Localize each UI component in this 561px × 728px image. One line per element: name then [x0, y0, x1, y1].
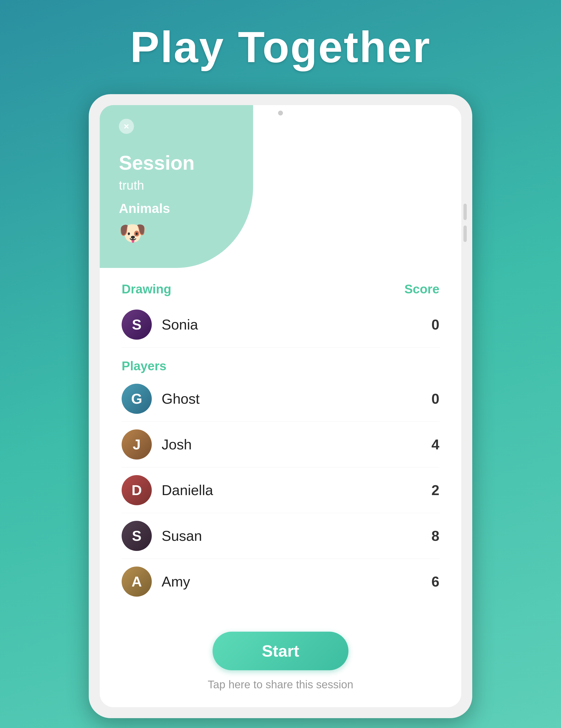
player-info-amy: A Amy	[122, 567, 190, 597]
player-name-susan: Susan	[162, 528, 202, 544]
player-info-ghost: G Ghost	[122, 384, 200, 414]
drawing-player-score: 0	[432, 316, 439, 333]
player-name-ghost: Ghost	[162, 391, 200, 407]
player-row-daniella: D Daniella 2	[122, 467, 439, 513]
side-button-1	[464, 204, 467, 220]
drawing-header: Drawing Score	[122, 282, 439, 296]
player-name-amy: Amy	[162, 573, 190, 590]
drawing-label: Drawing	[122, 282, 171, 296]
player-score-josh: 4	[432, 436, 439, 453]
session-title: Session	[119, 152, 234, 174]
player-score-susan: 8	[432, 528, 439, 544]
avatar-ghost: G	[122, 384, 152, 414]
player-row-josh: J Josh 4	[122, 422, 439, 467]
tablet-inner: × Session truth Animals 🐶 Drawing Score …	[100, 105, 461, 707]
session-category: Animals	[119, 201, 234, 216]
page-title: Play Together	[130, 22, 431, 72]
side-button-2	[464, 226, 467, 242]
close-button[interactable]: ×	[119, 119, 134, 134]
drawing-player-row: S Sonia 0	[122, 302, 439, 348]
player-info-josh: J Josh	[122, 429, 192, 460]
session-subtitle: truth	[119, 178, 234, 193]
players-section-label: Players	[122, 359, 439, 373]
tablet-frame: × Session truth Animals 🐶 Drawing Score …	[89, 94, 472, 718]
player-name-daniella: Daniella	[162, 482, 213, 498]
score-column-label: Score	[404, 282, 439, 296]
session-emoji: 🐶	[119, 220, 234, 246]
player-score-amy: 6	[432, 573, 439, 590]
start-button[interactable]: Start	[212, 632, 349, 670]
avatar-daniella: D	[122, 475, 152, 505]
start-area: Start Tap here to share this session	[100, 618, 461, 707]
player-info-susan: S Susan	[122, 521, 202, 551]
tablet-camera	[278, 111, 283, 115]
drawing-player-info: S Sonia	[122, 310, 198, 340]
avatar-susan: S	[122, 521, 152, 551]
avatar-amy: A	[122, 567, 152, 597]
player-score-daniella: 2	[432, 482, 439, 498]
avatar-josh: J	[122, 429, 152, 460]
avatar-sonia: S	[122, 310, 152, 340]
player-info-daniella: D Daniella	[122, 475, 213, 505]
player-row-amy: A Amy 6	[122, 559, 439, 604]
player-row-susan: S Susan 8	[122, 513, 439, 559]
player-row-ghost: G Ghost 0	[122, 376, 439, 422]
share-text[interactable]: Tap here to share this session	[208, 678, 353, 691]
session-header: × Session truth Animals 🐶	[100, 105, 253, 268]
player-score-ghost: 0	[432, 391, 439, 407]
player-name-josh: Josh	[162, 436, 192, 453]
tablet-side-buttons	[464, 204, 467, 242]
drawing-player-name: Sonia	[162, 316, 198, 333]
players-section: Drawing Score S Sonia 0 Players G Ghost …	[100, 268, 461, 618]
